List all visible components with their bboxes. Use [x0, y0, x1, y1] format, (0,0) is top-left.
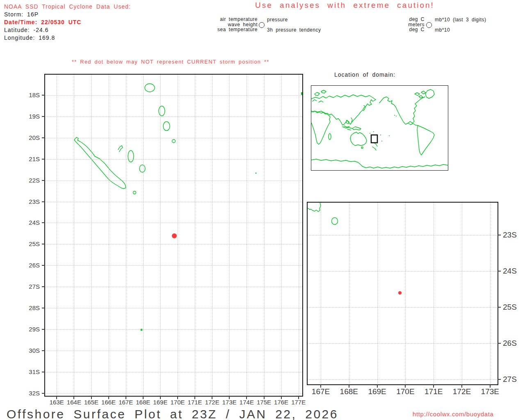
- y-axis-tick: [42, 95, 45, 96]
- caution-headline: Use analyses with extreme caution!: [255, 1, 434, 10]
- x-axis-tick-label: 165E: [84, 399, 99, 406]
- latitude-gridline: [45, 202, 302, 202]
- loyalty-island-ouvea: [118, 146, 123, 152]
- station-legend-left-column: air temperature wave height sea temperat…: [184, 17, 258, 32]
- world-map-svg: [311, 86, 448, 170]
- offshore-surface-plot-screen: NOAA SSD Tropical Cyclone Data Used: Sto…: [0, 0, 525, 420]
- antarctica-coastline: [311, 159, 448, 168]
- y-axis-tick: [42, 350, 45, 351]
- y-axis-tick: [42, 244, 45, 244]
- latitude-gridline: [45, 287, 302, 287]
- asia-south-coastline: [311, 111, 350, 125]
- greenland-coastline: [425, 89, 434, 98]
- latitude-gridline: [45, 116, 302, 117]
- small-island: [172, 139, 176, 143]
- y-axis-tick: [42, 180, 45, 181]
- y-axis-tick: [42, 201, 45, 202]
- y-axis-tick-label: 19S: [29, 113, 40, 120]
- se-asia-islands: [342, 120, 352, 130]
- latitude-gridline: [45, 223, 302, 223]
- latitude-gridline: [45, 393, 302, 394]
- reef-speck: [256, 173, 257, 174]
- source-url-link[interactable]: http://coolwx.com/buoydata: [413, 411, 493, 418]
- scandinavia-coastline: [315, 92, 320, 96]
- north-america-coastline: [379, 97, 425, 124]
- philippines-coastline: [351, 118, 352, 122]
- domain-rectangle: [371, 135, 377, 143]
- longitude-gridline: [195, 75, 195, 396]
- longitude-gridline: [377, 203, 378, 384]
- y-axis-tick-label: 31S: [29, 368, 40, 375]
- y-axis-tick-label: 29S: [29, 326, 40, 333]
- x-axis-tick-label: 175E: [257, 399, 272, 406]
- y-axis-tick-label: 27S: [29, 283, 40, 290]
- tasmania-coastline: [361, 147, 363, 148]
- vanuatu-island-erromango: [145, 84, 155, 92]
- x-axis-tick-label: 177E: [291, 399, 306, 406]
- new-caledonia-coastline: [74, 137, 126, 189]
- units-legend-left-column: deg C meters deg C: [371, 17, 425, 32]
- x-axis-tick-label: 171E: [187, 399, 202, 406]
- latitude-gridline: [45, 308, 302, 308]
- longitude-gridline: [229, 75, 230, 396]
- longitude-gridline: [143, 75, 144, 396]
- y-axis-tick: [42, 329, 45, 330]
- x-axis-tick-label: 164E: [66, 399, 81, 406]
- x-axis-tick-label: 163E: [49, 399, 64, 406]
- latitude-gridline: [45, 138, 302, 138]
- info-source-line: NOAA SSD Tropical Cyclone Data Used:: [4, 3, 131, 11]
- x-axis-tick-label: 170E: [395, 387, 416, 396]
- units-deg-c-top: deg C: [371, 17, 425, 22]
- longitude-gridline: [126, 75, 126, 396]
- y-axis-tick-label: 21S: [29, 155, 40, 162]
- x-axis-tick-label: 168E: [136, 399, 151, 406]
- latitude-gridline: [45, 159, 302, 160]
- x-axis-tick-label: 172E: [205, 399, 219, 406]
- longitude-gridline: [281, 75, 282, 396]
- latitude-gridline: [308, 379, 498, 380]
- latitude-gridline: [45, 329, 302, 330]
- x-axis-tick-label: 176E: [274, 399, 289, 406]
- storm-position-dot: [172, 233, 177, 238]
- y-axis-tick: [498, 343, 501, 344]
- main-map: 163E164E165E166E167E168E169E170E171E172E…: [44, 74, 303, 397]
- latitude-gridline: [45, 265, 302, 266]
- info-latitude: Latitude: -24.6: [4, 26, 131, 34]
- x-axis-tick-label: 167E: [119, 399, 133, 406]
- info-storm-id: Storm: 16P: [4, 11, 131, 18]
- x-axis-tick-label: 174E: [239, 399, 254, 406]
- units-mb10-digits: mb*10 (last 3 digits): [435, 17, 486, 23]
- legend-pressure-tendency: 3h pressure tendency: [267, 27, 321, 33]
- y-axis-tick: [42, 308, 45, 308]
- x-axis-tick-label: 169E: [367, 387, 388, 396]
- pacific-island-specks: [370, 115, 397, 142]
- x-axis-tick-label: 170E: [170, 399, 185, 406]
- y-axis-tick: [42, 159, 45, 160]
- units-plot-circle-icon: [426, 22, 432, 28]
- info-datetime: Date/Time: 22/0530 UTC: [4, 18, 131, 26]
- y-axis-tick: [42, 222, 45, 223]
- longitude-gridline: [212, 75, 212, 396]
- legend-air-temperature: air temperature: [184, 17, 258, 22]
- longitude-gridline: [490, 203, 491, 384]
- madagascar-coastline: [329, 134, 331, 140]
- y-axis-tick-label: 28S: [29, 304, 40, 311]
- longitude-gridline: [299, 75, 299, 396]
- longitude-gridline: [434, 203, 434, 384]
- y-axis-tick-label: 27S: [503, 375, 517, 384]
- south-america-coastline: [417, 126, 434, 155]
- new-guinea-coastline: [352, 127, 361, 130]
- x-axis-tick-label: 167E: [310, 387, 331, 396]
- y-axis-tick-label: 30S: [29, 347, 40, 354]
- vanuatu-island-anatom: [163, 122, 170, 131]
- x-axis-tick-label: 173E: [222, 399, 237, 406]
- y-axis-tick: [42, 372, 45, 372]
- longitude-gridline: [178, 75, 178, 396]
- latitude-gridline: [308, 235, 498, 235]
- central-america-coastline: [408, 123, 418, 126]
- arctic-russia-islands: [321, 90, 326, 93]
- legend-sea-temperature: sea temperature: [184, 27, 258, 32]
- y-axis-tick-label: 26S: [29, 262, 40, 269]
- plot-title: Offshore Surface Plot at 23Z / JAN 22, 2…: [7, 407, 338, 420]
- longitude-gridline: [247, 75, 247, 396]
